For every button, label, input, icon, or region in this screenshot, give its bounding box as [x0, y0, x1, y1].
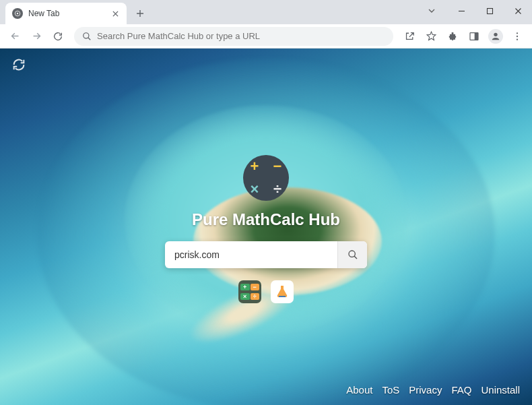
minus-icon: −: [273, 158, 282, 175]
avatar-icon: [488, 29, 503, 44]
shortcut-calculator[interactable]: +−×÷: [238, 280, 261, 303]
page-search-button[interactable]: [337, 241, 367, 268]
bookmark-icon[interactable]: [422, 27, 440, 46]
svg-point-6: [494, 32, 497, 36]
tab-strip: New Tab: [0, 0, 532, 24]
shortcuts-row: +−×÷: [238, 280, 294, 303]
page-search-bar: [165, 241, 367, 268]
maximize-button[interactable]: [475, 1, 504, 20]
svg-point-1: [17, 13, 19, 15]
svg-rect-5: [475, 32, 478, 40]
window-controls: [420, 0, 532, 22]
svg-point-9: [517, 38, 518, 40]
svg-point-7: [517, 32, 518, 34]
brand-logo: + − × ÷: [243, 155, 289, 201]
center-widget: + − × ÷ Pure MathCalc Hub +−×÷: [145, 49, 387, 303]
footer-link-about[interactable]: About: [346, 384, 372, 396]
new-tab-button[interactable]: [131, 4, 149, 23]
browser-window: New Tab: [0, 0, 532, 405]
times-icon: ×: [251, 181, 259, 198]
page-search-input[interactable]: [165, 249, 337, 260]
search-icon: [82, 32, 92, 41]
minimize-button[interactable]: [447, 1, 475, 20]
svg-point-10: [349, 251, 355, 257]
footer-links: About ToS Privacy FAQ Uninstall: [346, 384, 520, 396]
divide-icon: ÷: [273, 181, 281, 198]
back-button[interactable]: [5, 27, 24, 46]
profile-button[interactable]: [486, 27, 505, 46]
omnibox-input[interactable]: [97, 31, 385, 41]
plus-icon: +: [251, 158, 259, 175]
close-icon[interactable]: [110, 9, 120, 18]
address-bar[interactable]: [74, 27, 393, 46]
svg-point-3: [84, 32, 89, 38]
footer-link-uninstall[interactable]: Uninstall: [481, 384, 520, 396]
footer-link-privacy[interactable]: Privacy: [409, 384, 442, 396]
extensions-icon[interactable]: [443, 27, 462, 46]
chevron-down-icon[interactable]: [420, 1, 443, 20]
sidepanel-icon[interactable]: [465, 27, 484, 46]
tab-favicon: [12, 8, 23, 19]
brand-title: Pure MathCalc Hub: [192, 210, 340, 229]
tab-new-tab[interactable]: New Tab: [5, 3, 127, 24]
share-icon[interactable]: [400, 27, 419, 46]
svg-point-8: [517, 35, 518, 36]
footer-link-faq[interactable]: FAQ: [451, 384, 471, 396]
svg-rect-2: [487, 8, 492, 13]
page-content: + − × ÷ Pure MathCalc Hub +−×÷: [0, 49, 532, 405]
footer-link-tos[interactable]: ToS: [382, 384, 399, 396]
close-window-button[interactable]: [504, 1, 532, 20]
browser-toolbar: [0, 24, 532, 49]
tab-title: New Tab: [28, 9, 105, 18]
reload-button[interactable]: [48, 27, 67, 46]
shortcut-lab[interactable]: [271, 280, 294, 303]
menu-icon[interactable]: [508, 27, 527, 46]
page-refresh-icon[interactable]: [11, 57, 27, 73]
forward-button[interactable]: [27, 27, 46, 46]
svg-rect-11: [279, 296, 286, 297]
